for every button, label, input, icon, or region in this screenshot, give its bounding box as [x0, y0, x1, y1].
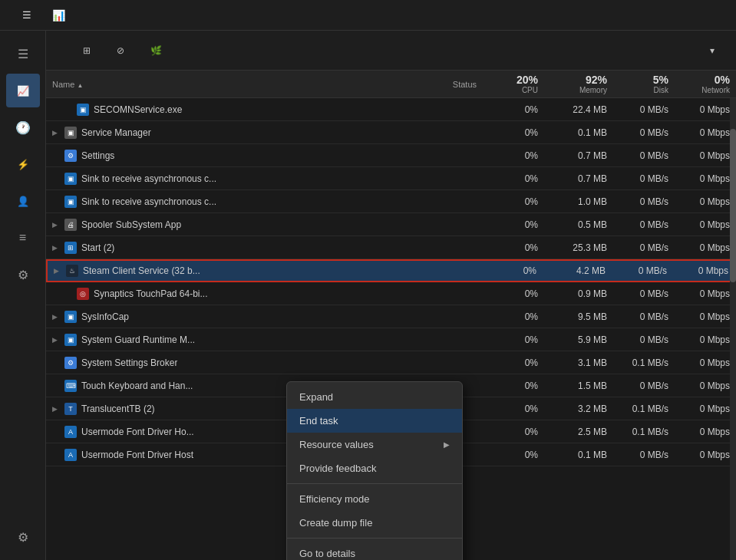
app-icon: 📊: [52, 9, 65, 21]
ctx-item-resource-values[interactable]: Resource values ▶: [287, 433, 462, 456]
disk-cell: 0 MB/s: [613, 242, 675, 253]
cpu-cell: 0%: [481, 265, 543, 276]
process-icon: ▣: [64, 196, 77, 208]
col-header-cpu[interactable]: 20% CPU: [483, 74, 544, 94]
view-button[interactable]: ▾: [698, 41, 724, 61]
cpu-cell: 0%: [483, 450, 544, 460]
process-name-cell: ▣ SECOMNService.exe: [46, 104, 391, 116]
cpu-cell: 0%: [483, 311, 544, 322]
disk-cell: 0 MB/s: [613, 380, 675, 391]
scrollbar-thumb[interactable]: [730, 129, 736, 282]
col-header-disk[interactable]: 5% Disk: [613, 74, 675, 94]
memory-cell: 0.7 MB: [544, 173, 613, 184]
scrollbar[interactable]: [730, 98, 736, 560]
memory-cell: 0.5 MB: [544, 219, 613, 230]
memory-cell: 2.5 MB: [544, 427, 613, 437]
ctx-item-expand[interactable]: Expand: [287, 385, 462, 409]
process-name: Service Manager: [81, 127, 151, 138]
process-name: TranslucentTB (2): [81, 404, 155, 414]
sidebar-item-details[interactable]: ≡: [6, 221, 40, 255]
col-header-memory[interactable]: 92% Memory: [544, 74, 613, 94]
process-icon: ▣: [64, 173, 77, 185]
toolbar: ⊞ ⊘ 🌿 ▾: [46, 31, 736, 71]
col-header-network[interactable]: 0% Network: [675, 74, 736, 94]
cpu-label: CPU: [489, 86, 538, 94]
cpu-cell: 0%: [483, 334, 544, 345]
disk-cell: 0 MB/s: [613, 311, 675, 322]
network-cell: 0 Mbps: [675, 173, 736, 184]
process-name: Usermode Font Driver Ho...: [81, 427, 194, 437]
table-row[interactable]: ⚙ System Settings Broker 0% 3.1 MB 0.1 M…: [46, 351, 736, 374]
process-icon: ▣: [64, 127, 77, 139]
cpu-cell: 0%: [483, 242, 544, 253]
sidebar-item-startup[interactable]: ⚡: [6, 147, 40, 181]
ctx-item-create-dump[interactable]: Create dump file: [287, 511, 462, 535]
process-name-cell: ◎ Synaptics TouchPad 64-bi...: [46, 288, 391, 300]
sidebar-item-history[interactable]: 🕐: [6, 110, 40, 144]
process-icon: ▣: [64, 334, 77, 346]
table-row[interactable]: ◎ Synaptics TouchPad 64-bi... 0% 0.9 MB …: [46, 282, 736, 305]
process-name-cell: ▶ ▣ Service Manager: [46, 127, 391, 139]
minimize-button[interactable]: [618, 0, 653, 31]
network-label: Network: [681, 86, 730, 94]
run-new-task-button[interactable]: ⊞: [74, 41, 104, 61]
col-header-name[interactable]: Name: [46, 80, 391, 89]
maximize-button[interactable]: [655, 0, 690, 31]
cpu-cell: 0%: [483, 127, 544, 138]
table-row[interactable]: ▣ Sink to receive asynchronous c... 0% 0…: [46, 167, 736, 190]
cpu-pct: 20%: [489, 74, 538, 86]
sidebar-item-performance[interactable]: 📈: [6, 74, 40, 107]
sidebar-item-processes[interactable]: ☰: [6, 37, 40, 71]
settings-button[interactable]: ⚙: [6, 520, 40, 554]
table-row[interactable]: ▶ ⊞ Start (2) 0% 25.3 MB 0 MB/s 0 Mbps: [46, 236, 736, 259]
table-row[interactable]: ▶ ▣ Service Manager 0% 0.1 MB 0 MB/s 0 M…: [46, 121, 736, 144]
table-row[interactable]: ▣ Sink to receive asynchronous c... 0% 1…: [46, 190, 736, 213]
end-task-button[interactable]: ⊘: [107, 41, 138, 61]
process-name: Start (2): [81, 242, 114, 253]
network-cell: 0 Mbps: [675, 357, 736, 368]
ctx-separator: [287, 538, 462, 539]
disk-cell: 0.1 MB/s: [613, 427, 675, 437]
efficiency-mode-button[interactable]: 🌿: [141, 41, 176, 61]
table-row[interactable]: ▶ ♨ Steam Client Service (32 b... 0% 4.2…: [46, 259, 736, 282]
expand-arrow: ▶: [52, 313, 60, 321]
disk-cell: 0 MB/s: [613, 288, 675, 299]
disk-cell: 0 MB/s: [613, 334, 675, 345]
process-icon: T: [64, 403, 77, 415]
table-row[interactable]: ▣ SECOMNService.exe 0% 22.4 MB 0 MB/s 0 …: [46, 98, 736, 121]
col-header-status[interactable]: Status: [391, 80, 483, 89]
cpu-cell: 0%: [483, 288, 544, 299]
table-area: Name Status 20% CPU 92% Memory 5% Disk 0…: [46, 71, 736, 560]
process-icon: ◎: [77, 288, 89, 300]
ctx-label: Create dump file: [299, 517, 372, 529]
process-name-cell: ⚙ Settings: [46, 150, 391, 162]
ctx-label: Go to details: [299, 548, 355, 559]
process-name: Synaptics TouchPad 64-bi...: [94, 288, 208, 299]
process-name: Touch Keyboard and Han...: [81, 380, 193, 391]
ctx-item-efficiency-mode[interactable]: Efficiency mode: [287, 487, 462, 511]
memory-cell: 25.3 MB: [544, 242, 613, 253]
table-row[interactable]: ▶ ▣ SysInfoCap 0% 9.5 MB 0 MB/s 0 Mbps: [46, 305, 736, 328]
memory-cell: 9.5 MB: [544, 311, 613, 322]
ctx-item-go-to-details[interactable]: Go to details: [287, 542, 462, 560]
hamburger-button[interactable]: ☰: [9, 0, 45, 31]
process-icon: ⚙: [64, 150, 77, 162]
ctx-item-provide-feedback[interactable]: Provide feedback: [287, 456, 462, 480]
process-name-cell: ▶ 🖨 Spooler SubSystem App: [46, 219, 391, 231]
sidebar-item-users[interactable]: 👤: [6, 184, 40, 218]
ctx-item-end-task[interactable]: End task: [287, 409, 462, 433]
table-row[interactable]: ▶ 🖨 Spooler SubSystem App 0% 0.5 MB 0 MB…: [46, 213, 736, 236]
process-name-cell: ▶ ♨ Steam Client Service (32 b...: [48, 265, 389, 277]
close-button[interactable]: [691, 0, 727, 31]
process-name: SysInfoCap: [81, 311, 129, 322]
memory-cell: 22.4 MB: [544, 104, 613, 115]
table-row[interactable]: ⚙ Settings 0% 0.7 MB 0 MB/s 0 Mbps: [46, 144, 736, 167]
sidebar-item-services[interactable]: ⚙: [6, 258, 40, 292]
process-icon: A: [64, 449, 77, 461]
main-content: ⊞ ⊘ 🌿 ▾ Name Sta: [46, 31, 736, 560]
network-cell: 0 Mbps: [675, 311, 736, 322]
cpu-cell: 0%: [483, 173, 544, 184]
disk-pct: 5%: [619, 74, 668, 86]
network-cell: 0 Mbps: [675, 334, 736, 345]
table-row[interactable]: ▶ ▣ System Guard Runtime M... 0% 5.9 MB …: [46, 328, 736, 351]
